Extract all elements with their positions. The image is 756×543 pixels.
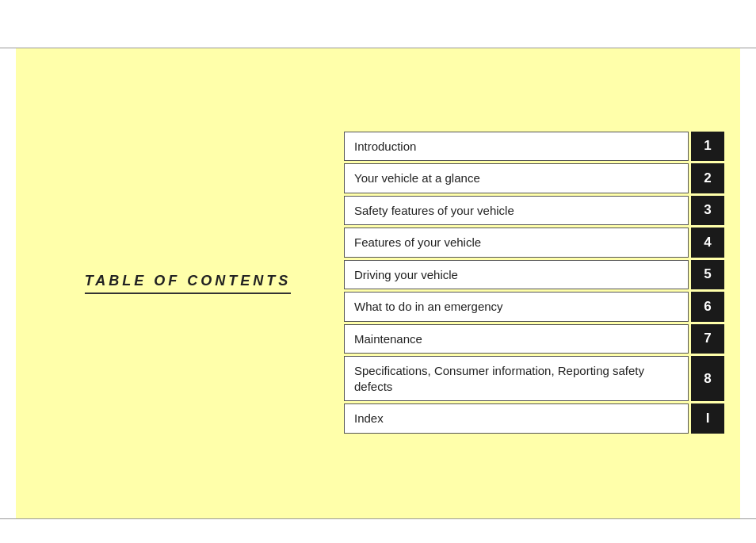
toc-number-glance: 2	[691, 163, 724, 193]
toc-row-maintenance[interactable]: Maintenance7	[344, 324, 724, 354]
toc-label-safety: Safety features of your vehicle	[344, 196, 689, 226]
toc-number-features: 4	[691, 228, 724, 258]
toc-row-safety[interactable]: Safety features of your vehicle3	[344, 196, 724, 226]
left-section: TABLE OF CONTENTS	[32, 64, 344, 503]
toc-title: TABLE OF CONTENTS	[85, 273, 292, 294]
toc-row-features[interactable]: Features of your vehicle4	[344, 228, 724, 258]
toc-number-maintenance: 7	[691, 324, 724, 354]
toc-row-driving[interactable]: Driving your vehicle5	[344, 260, 724, 290]
toc-label-index: Index	[344, 403, 689, 434]
toc-label-intro: Introduction	[344, 132, 689, 162]
toc-row-intro[interactable]: Introduction1	[344, 132, 724, 162]
toc-number-safety: 3	[691, 196, 724, 226]
content-area: TABLE OF CONTENTS Introduction1Your vehi…	[16, 48, 740, 518]
bottom-rule	[0, 518, 756, 519]
toc-label-specifications: Specifications, Consumer information, Re…	[344, 356, 689, 401]
toc-label-emergency: What to do in an emergency	[344, 292, 689, 322]
toc-row-glance[interactable]: Your vehicle at a glance2	[344, 163, 724, 193]
toc-row-emergency[interactable]: What to do in an emergency6	[344, 292, 724, 322]
page-wrapper: TABLE OF CONTENTS Introduction1Your vehi…	[0, 0, 756, 543]
toc-number-driving: 5	[691, 260, 724, 290]
toc-row-specifications[interactable]: Specifications, Consumer information, Re…	[344, 356, 724, 401]
toc-number-specifications: 8	[691, 356, 724, 401]
toc-label-driving: Driving your vehicle	[344, 260, 689, 290]
toc-number-emergency: 6	[691, 292, 724, 322]
toc-number-intro: 1	[691, 132, 724, 162]
toc-label-features: Features of your vehicle	[344, 228, 689, 258]
toc-number-index: I	[691, 403, 724, 434]
toc-row-index[interactable]: IndexI	[344, 403, 724, 434]
toc-label-glance: Your vehicle at a glance	[344, 163, 689, 193]
toc-list: Introduction1Your vehicle at a glance2Sa…	[344, 64, 724, 503]
toc-label-maintenance: Maintenance	[344, 324, 689, 354]
